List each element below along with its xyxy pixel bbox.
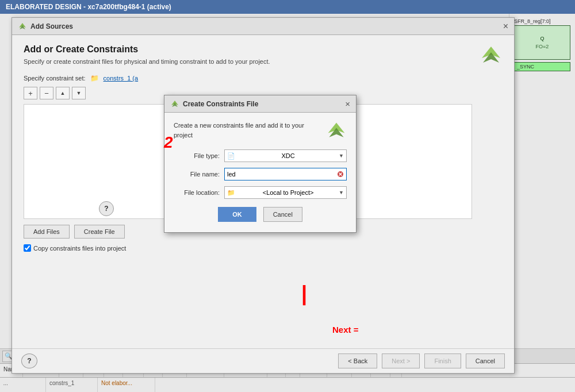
add-sources-bottom-bar: ? < Back Next > Finish Cancel: [12, 348, 514, 373]
add-sources-heading: Add or Create Constraints: [24, 44, 270, 55]
title-bar: ELABORATED DESIGN - xc7a200tfbg484-1 (ac…: [0, 0, 575, 14]
dropdown-arrow-icon: ▼: [339, 153, 344, 159]
add-sources-header-text: Add or Create Constraints Specify or cre…: [24, 44, 270, 65]
clear-icon: [337, 171, 344, 178]
checkbox-row: Copy constraints files into project: [24, 244, 503, 252]
table-row-1: ... constrs_1 Not elabor...: [0, 378, 575, 392]
file-location-dropdown[interactable]: 📁 <Local to Project> ▼: [224, 186, 347, 199]
file-type-row: File type: 📄 XDC ▼: [174, 149, 347, 162]
file-name-label: File name:: [174, 171, 220, 178]
location-dropdown-arrow-icon: ▼: [339, 190, 344, 195]
copy-checkbox[interactable]: [24, 244, 31, 252]
file-location-value: <Local to Project>: [263, 189, 314, 196]
add-file-button[interactable]: +: [24, 87, 37, 99]
folder-icon: 📁: [90, 74, 99, 82]
finish-button[interactable]: Finish: [424, 353, 461, 368]
file-type-dropdown[interactable]: 📄 XDC ▼: [224, 149, 347, 162]
folder-loc-icon: 📁: [227, 189, 235, 197]
create-file-button[interactable]: Create File: [74, 225, 125, 239]
add-files-button[interactable]: Add Files: [24, 225, 70, 239]
ccf-title-text: Create Constraints File: [183, 100, 258, 108]
copy-checkbox-text: Copy constraints files into project: [33, 245, 126, 252]
file-type-label: File type:: [174, 152, 220, 159]
file-name-input-container: [224, 168, 347, 180]
main-layout: Add Sources × Add or Create Constraints …: [0, 14, 575, 392]
ccf-titlebar-left: Create Constraints File: [170, 99, 258, 109]
fo-label: FO=2: [536, 44, 549, 49]
add-sources-titlebar-left: Add Sources: [18, 22, 73, 31]
schematic-reg-label: SFR_8_reg[7:0]: [514, 18, 570, 24]
file-name-row: File name:: [174, 168, 347, 180]
file-type-value: XDC: [281, 152, 294, 159]
file-location-label: File location:: [174, 189, 220, 196]
constraint-set-label: Specify constraint set:: [24, 75, 86, 82]
ccf-help-button[interactable]: ?: [99, 201, 114, 216]
ccf-content: Create a new constraints file and add it…: [164, 113, 356, 232]
ccf-desc-text: Create a new constraints file and add it…: [174, 121, 306, 140]
vivado-logo-large: [480, 44, 503, 67]
file-location-row: File location: 📁 <Local to Project> ▼: [174, 186, 347, 199]
xdc-icon: 📄: [227, 152, 235, 160]
constraint-set-value[interactable]: constrs_1 (a: [103, 75, 139, 82]
ccf-titlebar: Create Constraints File ×: [164, 95, 356, 113]
add-sources-title-text: Add Sources: [30, 22, 73, 30]
right-schematic-area: SFR_8_reg[7:0] Q FO=2 _SYNC: [509, 14, 575, 392]
add-sources-close-button[interactable]: ×: [503, 21, 508, 32]
cancel-main-button[interactable]: Cancel: [466, 353, 505, 368]
schematic-content: SFR_8_reg[7:0] Q FO=2 _SYNC: [509, 14, 575, 76]
add-sources-titlebar: Add Sources ×: [12, 18, 514, 35]
constraint-set-row: Specify constraint set: 📁 constrs_1 (a: [24, 74, 503, 82]
file-name-input[interactable]: [225, 170, 336, 179]
copy-checkbox-label[interactable]: Copy constraints files into project: [24, 244, 503, 252]
ccf-vivado-logo: [326, 121, 347, 141]
ccf-ok-button[interactable]: OK: [218, 207, 256, 222]
next-button[interactable]: Next >: [382, 353, 420, 368]
q-label: Q: [540, 36, 544, 41]
ccf-description: Create a new constraints file and add it…: [174, 121, 347, 141]
move-down-button[interactable]: ▼: [72, 87, 86, 99]
ccf-close-button[interactable]: ×: [345, 99, 350, 109]
vivado-icon: [18, 22, 27, 31]
clear-filename-button[interactable]: [336, 170, 345, 179]
help-button[interactable]: ?: [21, 353, 37, 368]
move-up-button[interactable]: ▲: [56, 87, 70, 99]
remove-file-button[interactable]: −: [40, 87, 53, 99]
app-title: ELABORATED DESIGN - xc7a200tfbg484-1 (ac…: [6, 3, 171, 11]
schematic-box: Q FO=2: [514, 25, 570, 60]
row1-name: ...: [0, 378, 46, 392]
ccf-vivado-icon: [170, 99, 179, 109]
row1-constraints: constrs_1: [46, 378, 98, 392]
create-constraints-dialog: Create Constraints File × Create a new c…: [164, 95, 356, 233]
row1-status: Not elabor...: [98, 378, 155, 392]
add-sources-header: Add or Create Constraints Specify or cre…: [24, 44, 503, 67]
sync-label: _SYNC: [514, 62, 570, 71]
add-sources-subtitle: Specify or create constraint files for p…: [24, 58, 270, 65]
ccf-cancel-button[interactable]: Cancel: [263, 207, 302, 222]
bottom-buttons: ? < Back Next > Finish Cancel: [21, 353, 505, 368]
ccf-buttons: ? OK Cancel: [174, 207, 347, 224]
back-button[interactable]: < Back: [338, 353, 377, 368]
